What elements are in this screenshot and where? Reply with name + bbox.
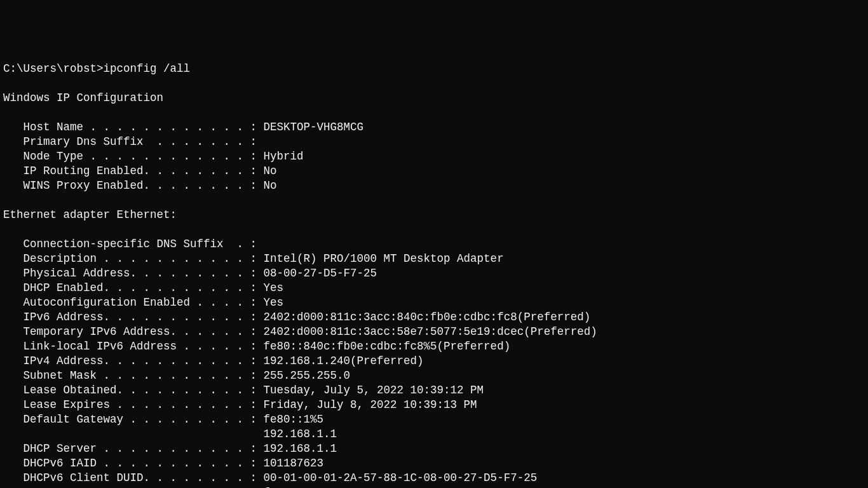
physical-address-line: Physical Address. . . . . . . . . : 08-0… [3,267,377,280]
typed-command[interactable]: ipconfig /all [104,62,191,75]
lease-obtained-line: Lease Obtained. . . . . . . . . . : Tues… [3,384,484,396]
temp-ipv6-address-line: Temporary IPv6 Address. . . . . . : 2402… [3,325,597,338]
wins-proxy-line: WINS Proxy Enabled. . . . . . . . : No [3,179,277,192]
node-type-line: Node Type . . . . . . . . . . . . : Hybr… [3,150,304,163]
dhcpv6-duid-line: DHCPv6 Client DUID. . . . . . . . : 00-0… [3,471,537,484]
default-gateway-line-2: 192.168.1.1 [3,428,337,440]
description-line: Description . . . . . . . . . . . : Inte… [3,252,504,265]
lease-expires-line: Lease Expires . . . . . . . . . . : Frid… [3,398,477,411]
ipv4-address-line: IPv4 Address. . . . . . . . . . . : 192.… [3,355,424,367]
default-gateway-line-1: Default Gateway . . . . . . . . . : fe80… [3,413,323,426]
command-prompt: C:\Users\robst> [3,62,104,75]
connection-dns-suffix-line: Connection-specific DNS Suffix . : [3,238,257,250]
host-name-line: Host Name . . . . . . . . . . . . : DESK… [3,121,363,133]
section-header-windows-ip-config: Windows IP Configuration [3,92,163,104]
primary-dns-suffix-line: Primary Dns Suffix . . . . . . . : [3,135,257,148]
dhcpv6-iaid-line: DHCPv6 IAID . . . . . . . . . . . : 1011… [3,457,323,470]
autoconfig-line: Autoconfiguration Enabled . . . . : Yes [3,296,283,309]
dhcp-server-line: DHCP Server . . . . . . . . . . . : 192.… [3,442,337,455]
subnet-mask-line: Subnet Mask . . . . . . . . . . . : 255.… [3,369,350,382]
link-local-ipv6-line: Link-local IPv6 Address . . . . . : fe80… [3,340,510,353]
ip-routing-line: IP Routing Enabled. . . . . . . . : No [3,165,277,177]
section-header-ethernet-adapter: Ethernet adapter Ethernet: [3,208,177,221]
ipv6-address-line: IPv6 Address. . . . . . . . . . . : 2402… [3,311,590,323]
dhcp-enabled-line: DHCP Enabled. . . . . . . . . . . : Yes [3,281,283,294]
